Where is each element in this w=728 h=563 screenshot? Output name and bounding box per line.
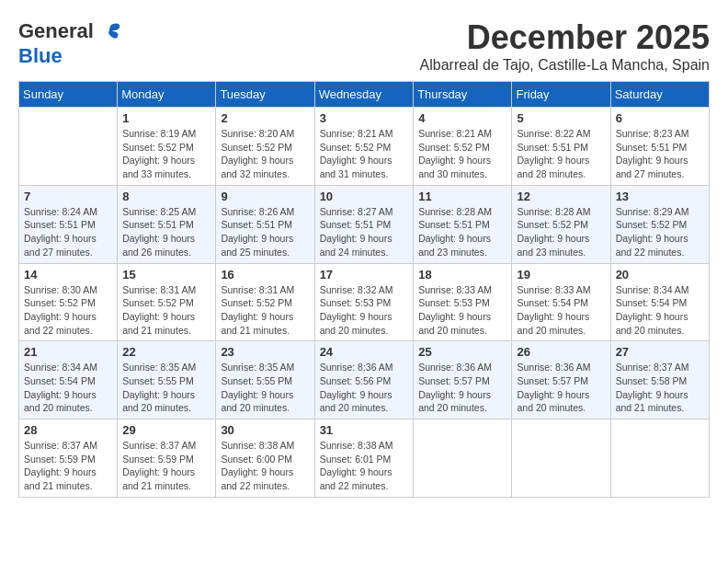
col-tuesday: Tuesday <box>216 82 314 108</box>
calendar-cell: 7Sunrise: 8:24 AMSunset: 5:51 PMDaylight… <box>19 185 118 263</box>
calendar-cell: 12Sunrise: 8:28 AMSunset: 5:52 PMDayligh… <box>512 185 610 263</box>
day-number: 28 <box>24 423 112 437</box>
day-number: 11 <box>418 190 506 203</box>
day-info: Sunrise: 8:38 AMSunset: 6:01 PMDaylight:… <box>320 439 409 493</box>
col-wednesday: Wednesday <box>314 82 414 108</box>
day-info: Sunrise: 8:31 AMSunset: 5:52 PMDaylight:… <box>122 283 210 338</box>
calendar-cell: 23Sunrise: 8:35 AMSunset: 5:55 PMDayligh… <box>216 341 314 419</box>
day-info: Sunrise: 8:27 AMSunset: 5:51 PMDaylight:… <box>320 205 409 259</box>
calendar-cell: 19Sunrise: 8:33 AMSunset: 5:54 PMDayligh… <box>512 263 610 341</box>
calendar-cell: 17Sunrise: 8:32 AMSunset: 5:53 PMDayligh… <box>314 263 414 341</box>
day-info: Sunrise: 8:20 AMSunset: 5:52 PMDaylight:… <box>221 127 309 181</box>
day-number: 20 <box>616 268 704 282</box>
day-info: Sunrise: 8:37 AMSunset: 5:58 PMDaylight:… <box>616 361 704 415</box>
calendar-cell: 9Sunrise: 8:26 AMSunset: 5:51 PMDaylight… <box>216 185 314 263</box>
location-title: Albarreal de Tajo, Castille-La Mancha, S… <box>420 57 710 74</box>
day-info: Sunrise: 8:36 AMSunset: 5:57 PMDaylight:… <box>418 361 506 415</box>
day-info: Sunrise: 8:35 AMSunset: 5:55 PMDaylight:… <box>122 361 210 415</box>
day-info: Sunrise: 8:26 AMSunset: 5:51 PMDaylight:… <box>221 205 309 259</box>
day-info: Sunrise: 8:24 AMSunset: 5:51 PMDaylight:… <box>24 205 112 259</box>
calendar-cell: 20Sunrise: 8:34 AMSunset: 5:54 PMDayligh… <box>610 263 709 341</box>
day-number: 8 <box>122 190 210 203</box>
calendar-cell: 28Sunrise: 8:37 AMSunset: 5:59 PMDayligh… <box>19 419 118 498</box>
day-info: Sunrise: 8:28 AMSunset: 5:51 PMDaylight:… <box>418 205 506 259</box>
calendar-cell: 21Sunrise: 8:34 AMSunset: 5:54 PMDayligh… <box>19 341 118 419</box>
week-row-2: 7Sunrise: 8:24 AMSunset: 5:51 PMDaylight… <box>19 185 710 263</box>
month-title: December 2025 <box>420 18 710 57</box>
day-info: Sunrise: 8:36 AMSunset: 5:57 PMDaylight:… <box>517 361 605 415</box>
calendar-table: Sunday Monday Tuesday Wednesday Thursday… <box>18 81 710 498</box>
day-info: Sunrise: 8:35 AMSunset: 5:55 PMDaylight:… <box>221 361 309 415</box>
day-number: 25 <box>418 345 506 359</box>
calendar-cell: 22Sunrise: 8:35 AMSunset: 5:55 PMDayligh… <box>118 341 216 419</box>
day-number: 5 <box>517 111 605 125</box>
day-info: Sunrise: 8:29 AMSunset: 5:52 PMDaylight:… <box>616 205 704 259</box>
day-number: 6 <box>616 111 704 125</box>
calendar-cell: 26Sunrise: 8:36 AMSunset: 5:57 PMDayligh… <box>512 341 610 419</box>
day-info: Sunrise: 8:28 AMSunset: 5:52 PMDaylight:… <box>517 205 605 259</box>
col-saturday: Saturday <box>610 82 709 108</box>
day-info: Sunrise: 8:31 AMSunset: 5:52 PMDaylight:… <box>221 283 309 338</box>
week-row-5: 28Sunrise: 8:37 AMSunset: 5:59 PMDayligh… <box>19 419 710 498</box>
day-info: Sunrise: 8:36 AMSunset: 5:56 PMDaylight:… <box>320 361 409 415</box>
day-number: 26 <box>517 345 605 359</box>
col-thursday: Thursday <box>414 82 512 108</box>
calendar-cell: 25Sunrise: 8:36 AMSunset: 5:57 PMDayligh… <box>414 341 512 419</box>
logo-bird-icon <box>97 18 123 44</box>
day-number: 13 <box>616 190 704 203</box>
day-info: Sunrise: 8:21 AMSunset: 5:52 PMDaylight:… <box>418 127 506 181</box>
day-number: 10 <box>320 190 409 203</box>
week-row-4: 21Sunrise: 8:34 AMSunset: 5:54 PMDayligh… <box>19 341 710 419</box>
day-info: Sunrise: 8:22 AMSunset: 5:51 PMDaylight:… <box>517 127 605 181</box>
week-row-1: 1Sunrise: 8:19 AMSunset: 5:52 PMDaylight… <box>19 108 710 186</box>
col-monday: Monday <box>118 82 216 108</box>
calendar-cell <box>610 419 709 498</box>
calendar-cell: 3Sunrise: 8:21 AMSunset: 5:52 PMDaylight… <box>314 108 414 186</box>
calendar-cell: 29Sunrise: 8:37 AMSunset: 5:59 PMDayligh… <box>118 419 216 498</box>
day-number: 2 <box>221 111 309 125</box>
day-number: 16 <box>221 268 309 282</box>
day-info: Sunrise: 8:33 AMSunset: 5:54 PMDaylight:… <box>517 283 605 338</box>
calendar-cell: 2Sunrise: 8:20 AMSunset: 5:52 PMDaylight… <box>216 108 314 186</box>
day-info: Sunrise: 8:32 AMSunset: 5:53 PMDaylight:… <box>320 283 409 338</box>
day-info: Sunrise: 8:30 AMSunset: 5:52 PMDaylight:… <box>24 283 112 338</box>
calendar-cell: 24Sunrise: 8:36 AMSunset: 5:56 PMDayligh… <box>314 341 414 419</box>
day-number: 12 <box>517 190 605 203</box>
day-info: Sunrise: 8:33 AMSunset: 5:53 PMDaylight:… <box>418 283 506 338</box>
day-number: 7 <box>24 190 112 203</box>
calendar-cell: 11Sunrise: 8:28 AMSunset: 5:51 PMDayligh… <box>414 185 512 263</box>
week-row-3: 14Sunrise: 8:30 AMSunset: 5:52 PMDayligh… <box>19 263 710 341</box>
day-info: Sunrise: 8:25 AMSunset: 5:51 PMDaylight:… <box>122 205 210 259</box>
logo-general-text: General <box>18 19 94 43</box>
calendar-cell: 31Sunrise: 8:38 AMSunset: 6:01 PMDayligh… <box>314 419 414 498</box>
day-info: Sunrise: 8:38 AMSunset: 6:00 PMDaylight:… <box>221 439 309 493</box>
calendar-cell <box>414 419 512 498</box>
day-number: 4 <box>418 111 506 125</box>
day-number: 17 <box>320 268 409 282</box>
calendar-cell: 15Sunrise: 8:31 AMSunset: 5:52 PMDayligh… <box>118 263 216 341</box>
calendar-cell: 6Sunrise: 8:23 AMSunset: 5:51 PMDaylight… <box>610 108 709 186</box>
day-info: Sunrise: 8:37 AMSunset: 5:59 PMDaylight:… <box>122 439 210 493</box>
day-number: 15 <box>122 268 210 282</box>
calendar-cell: 10Sunrise: 8:27 AMSunset: 5:51 PMDayligh… <box>314 185 414 263</box>
day-info: Sunrise: 8:21 AMSunset: 5:52 PMDaylight:… <box>320 127 409 181</box>
col-friday: Friday <box>512 82 610 108</box>
day-number: 30 <box>221 423 309 437</box>
day-number: 9 <box>221 190 309 203</box>
day-info: Sunrise: 8:37 AMSunset: 5:59 PMDaylight:… <box>24 439 112 493</box>
calendar-cell: 13Sunrise: 8:29 AMSunset: 5:52 PMDayligh… <box>610 185 709 263</box>
day-info: Sunrise: 8:34 AMSunset: 5:54 PMDaylight:… <box>616 283 704 338</box>
logo-blue-text: Blue <box>18 44 63 67</box>
day-number: 24 <box>320 345 409 359</box>
calendar-cell: 16Sunrise: 8:31 AMSunset: 5:52 PMDayligh… <box>216 263 314 341</box>
day-number: 23 <box>221 345 309 359</box>
col-sunday: Sunday <box>19 82 118 108</box>
calendar-cell: 5Sunrise: 8:22 AMSunset: 5:51 PMDaylight… <box>512 108 610 186</box>
day-number: 1 <box>122 111 210 125</box>
calendar-cell: 8Sunrise: 8:25 AMSunset: 5:51 PMDaylight… <box>118 185 216 263</box>
title-block: December 2025 Albarreal de Tajo, Castill… <box>420 18 710 74</box>
day-number: 21 <box>24 345 112 359</box>
calendar-cell: 18Sunrise: 8:33 AMSunset: 5:53 PMDayligh… <box>414 263 512 341</box>
calendar-cell <box>19 108 118 186</box>
calendar-cell: 1Sunrise: 8:19 AMSunset: 5:52 PMDaylight… <box>118 108 216 186</box>
